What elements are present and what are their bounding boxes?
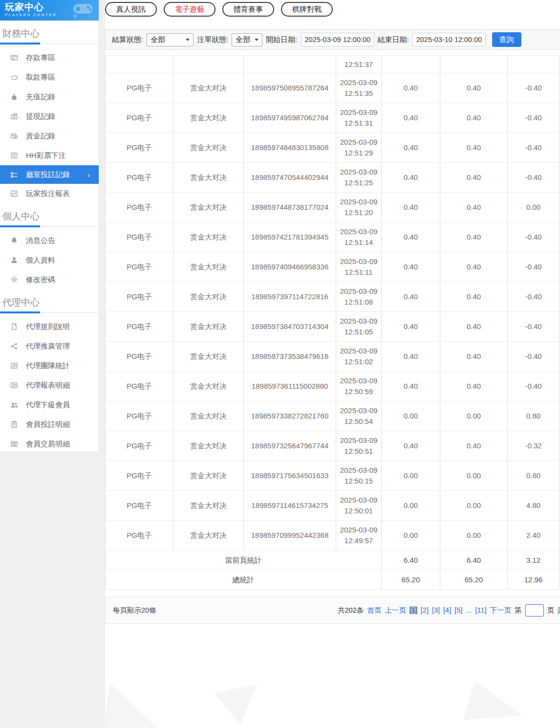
sidebar-item[interactable]: HH彩票下注	[0, 146, 99, 165]
cell-bet: 0.40	[382, 103, 440, 133]
pagination-controls: 共202条 首页 上一页 [1][2][3][4][5] ... [11] 下一…	[338, 604, 560, 617]
sidebar-item[interactable]: 充值記錄	[0, 87, 99, 107]
sidebar-section-title: 代理中心	[0, 289, 99, 311]
cell-provider: PG电子	[106, 193, 173, 222]
cell-provider: PG电子	[106, 282, 173, 312]
sidebar-item[interactable]: 代理報表明細	[0, 375, 99, 395]
sidebar-item[interactable]: 代理推廣管理	[0, 336, 99, 356]
cell-valid-bet: 0.00	[440, 461, 508, 491]
cell-bet: 0.00	[382, 401, 440, 431]
cell-game: 赏金大对决	[173, 282, 244, 312]
sidebar-item[interactable]: 取款專區	[0, 67, 99, 87]
sidebar-item[interactable]: 提現記錄	[0, 107, 99, 126]
cell-order: 1898597409466958336	[244, 252, 336, 282]
cell-valid-bet: 0.40	[440, 103, 508, 133]
summary-label: 總統計	[106, 570, 382, 590]
cell-winloss: 2.40	[508, 521, 560, 551]
first-page-link[interactable]: 首页	[367, 606, 381, 615]
sidebar-item[interactable]: 廳室投註記錄›	[0, 165, 99, 184]
funds-record-icon	[10, 132, 18, 140]
cell-winloss: -0.32	[508, 431, 560, 461]
sidebar-item-label: HH彩票下注	[26, 151, 66, 160]
share-icon	[10, 342, 18, 350]
sidebar-item[interactable]: 會員投註明細	[0, 415, 99, 434]
page-jump-input[interactable]	[525, 604, 544, 617]
cell-order: 1898597373538479616	[244, 342, 336, 372]
cell-provider: PG电子	[106, 252, 173, 282]
sidebar-item[interactable]: 代理規則說明	[0, 317, 99, 336]
cell-bet: 0.40	[382, 73, 440, 103]
sidebar-item[interactable]: 玩家投注報表	[0, 184, 99, 203]
tab-category[interactable]: 棋牌對戰	[281, 2, 333, 17]
jump-button[interactable]: 跳转	[558, 606, 560, 615]
cell-game: 赏金大对决	[173, 163, 244, 193]
cell-game: 赏金大对决	[173, 312, 244, 342]
cell-game: 赏金大对决	[173, 431, 244, 461]
cell-datetime: 2025-03-09 12:49:57	[336, 521, 382, 551]
ellipsis-label: ...	[466, 606, 472, 614]
sidebar-item-label: 資金記錄	[26, 132, 55, 141]
page-link[interactable]: [2]	[421, 606, 429, 614]
sidebar-item[interactable]: 代理團隊統計	[0, 356, 99, 375]
end-date-label: 結束日期:	[378, 35, 409, 44]
cell-winloss: -0.40	[508, 312, 560, 342]
sidebar-item[interactable]: 資金記錄	[0, 126, 99, 146]
cell-order: 1898597484830135808	[244, 133, 336, 163]
sidebar-item[interactable]: 修改密碼	[0, 270, 99, 289]
sidebar-item[interactable]: 存款專區	[0, 48, 99, 67]
cell-datetime: 2025-03-09 12:50:51	[336, 431, 382, 461]
betting-records-icon	[10, 171, 18, 179]
tab-active[interactable]: 電子遊藝	[164, 2, 215, 17]
page-link[interactable]: [5]	[454, 606, 462, 614]
clipboard-icon	[10, 420, 18, 428]
table-row: PG电子赏金大对决18985974487381770242025-03-09 1…	[106, 193, 560, 222]
page-link-current[interactable]: [1]	[409, 606, 417, 614]
order-status-select[interactable]: 全部	[232, 33, 262, 46]
settle-status-value: 全部	[151, 35, 165, 44]
search-button[interactable]: 查詢	[492, 32, 521, 47]
cell-order: 1898597114615734275	[244, 491, 336, 521]
transaction-grid-icon	[10, 440, 18, 448]
cell-valid-bet	[440, 56, 508, 73]
chevron-down-icon	[186, 39, 190, 41]
cell-winloss: 4.80	[508, 491, 560, 521]
cell-winloss: -0.40	[508, 342, 560, 372]
cell-valid-bet: 0.40	[440, 372, 508, 401]
cell-order	[244, 56, 336, 73]
cell-order: 1898597421781394945	[244, 222, 336, 252]
sidebar-item[interactable]: 會員交易明細	[0, 434, 99, 454]
sidebar-item[interactable]: 個人資料	[0, 250, 99, 270]
cell-winloss: 0.00	[508, 193, 560, 222]
sidebar-item-label: 會員交易明細	[26, 440, 70, 449]
cell-datetime: 2025-03-09 12:51:25	[336, 163, 382, 193]
sidebar-item[interactable]: 代理下級會員	[0, 395, 99, 415]
page-link[interactable]: [3]	[432, 606, 440, 614]
per-page-label: 每頁顯示20條	[113, 606, 156, 615]
cell-order: 1898597448738177024	[244, 193, 336, 222]
page-link[interactable]: [4]	[443, 606, 451, 614]
cell-winloss: -0.40	[508, 73, 560, 103]
next-page-link[interactable]: 下一页	[490, 606, 512, 615]
cell-winloss: -0.40	[508, 252, 560, 282]
cell-order: 1898597384703714304	[244, 312, 336, 342]
sidebar-item[interactable]: 消息公告	[0, 231, 99, 250]
cell-provider: PG电子	[106, 342, 173, 372]
end-date-input[interactable]	[412, 33, 486, 46]
tab-category[interactable]: 體育賽事	[222, 2, 274, 17]
cell-datetime: 2025-03-09 12:51:35	[336, 73, 382, 103]
prev-page-link[interactable]: 上一页	[385, 606, 406, 615]
table-row: PG电子赏金大对决18985973256479677442025-03-09 1…	[106, 431, 560, 461]
tab-category[interactable]: 真人視訊	[105, 2, 157, 17]
cell-game: 赏金大对决	[173, 342, 244, 372]
sidebar-item-label: 修改密碼	[26, 275, 55, 285]
last-page-link[interactable]: [11]	[475, 606, 486, 614]
settle-status-select[interactable]: 全部	[147, 33, 194, 46]
sidebar-item-label: 代理報表明細	[26, 381, 70, 390]
cell-game: 赏金大对决	[173, 252, 244, 282]
table-row: PG电子赏金大对决18985974959870627842025-03-09 1…	[106, 103, 560, 133]
start-date-input[interactable]	[301, 33, 374, 46]
cell-bet: 0.40	[382, 163, 440, 193]
table-row: PG电子赏金大对决18985973971147228162025-03-09 1…	[106, 282, 560, 312]
cell-order: 1898597338272821760	[244, 401, 336, 431]
cell-bet: 0.40	[382, 282, 440, 312]
